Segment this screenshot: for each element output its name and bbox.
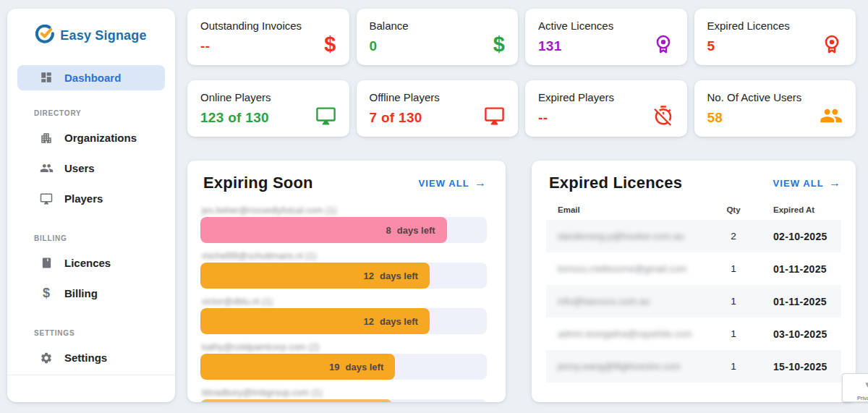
table-row: dandenong.p@hooker.com.au 2 02-10-2025 — [546, 220, 841, 252]
easy-signage-logo-icon — [35, 25, 54, 46]
view-all-label: VIEW ALL — [418, 178, 469, 189]
expired-at-cell: 01-11-2025 — [757, 263, 841, 275]
days-left-text: days left — [380, 316, 418, 327]
qty-cell: 1 — [710, 263, 757, 274]
sidebar-footer — [7, 375, 175, 402]
email-cell-blurred: kimosu.melbourne@gmail.com — [558, 263, 710, 274]
sidebar-item-label: Players — [64, 192, 103, 205]
stat-card-balance: Balance 0 $ — [357, 9, 519, 65]
stat-cards-grid: Outstanding Invoices -- $ Balance 0 $ Ac… — [187, 9, 856, 137]
days-left-text: days left — [346, 362, 384, 372]
sidebar-item-label: Licences — [64, 257, 111, 269]
email-cell-blurred: admin.leongatha@raywhite.com — [558, 328, 710, 339]
dollar-icon: $ — [324, 33, 336, 56]
settings-gear-icon — [39, 351, 54, 365]
recaptcha-logo-icon — [863, 374, 868, 394]
stat-value: -- — [200, 38, 336, 54]
expiring-email-blurred: kathy@coldpaintcorp.com (2) — [202, 342, 487, 352]
expiring-bar-track: 12days left — [200, 263, 487, 289]
players-icon — [39, 192, 54, 206]
stat-label: Active Licences — [538, 20, 674, 32]
expiring-bar: 12days left — [200, 263, 430, 289]
expiring-soon-title: Expiring Soon — [203, 174, 313, 192]
days-left-number: 8 — [386, 225, 391, 236]
expired-at-cell: 03-10-2025 — [757, 328, 841, 340]
expiring-bar-track: 19days left — [200, 354, 487, 380]
stat-label: Expired Licences — [707, 20, 843, 32]
sidebar-section-settings: SETTINGS — [34, 329, 175, 337]
sidebar-section-directory: DIRECTORY — [34, 109, 175, 117]
table-row: jenny.wang@flightcentre.com 1 15-10-2025 — [546, 350, 841, 383]
sidebar-item-label: Billing — [64, 287, 98, 299]
organizations-icon — [39, 131, 54, 145]
email-cell-blurred: jenny.wang@flightcentre.com — [558, 361, 710, 372]
monitor-icon — [484, 104, 505, 127]
stat-label: Offline Players — [370, 91, 506, 103]
recaptcha-privacy-label: Privacy - Te — [857, 395, 868, 401]
stat-label: Outstanding Invoices — [200, 20, 336, 32]
brand-name: Easy Signage — [60, 28, 146, 43]
expired-at-cell: 02-10-2025 — [757, 231, 841, 242]
expired-at-cell: 01-11-2025 — [757, 296, 841, 307]
sidebar-item-label: Settings — [64, 352, 107, 364]
expired-licences-title: Expired Licences — [549, 174, 682, 192]
expired-at-cell: 15-10-2025 — [757, 361, 841, 372]
column-header-expired-at: Expired At — [757, 205, 841, 214]
dashboard-icon — [39, 70, 54, 85]
stat-value: 0 — [370, 38, 506, 54]
stat-label: No. Of Active Users — [707, 91, 843, 103]
brand-logo[interactable]: Easy Signage — [7, 25, 175, 46]
expiring-email-blurred: jes.beher@rossedlyfutsal.com (1) — [202, 205, 487, 216]
expiring-bar: 12days left — [200, 308, 430, 334]
stat-label: Online Players — [200, 91, 336, 103]
sidebar-item-billing[interactable]: $ Billing — [17, 280, 165, 307]
days-left-text: days left — [397, 225, 435, 236]
sidebar-item-licences[interactable]: Licences — [17, 250, 165, 277]
sidebar-item-dashboard[interactable]: Dashboard — [17, 65, 165, 90]
sidebar-item-players[interactable]: Players — [17, 185, 165, 213]
users-icon — [39, 161, 54, 176]
billing-icon: $ — [39, 286, 54, 301]
sidebar-item-users[interactable]: Users — [17, 155, 165, 182]
expiring-email-blurred: victor@dblu.nl (1) — [202, 297, 487, 307]
expiring-row: bbradbury@lmbgroup.com (1) — [200, 388, 487, 402]
expiring-row: victor@dblu.nl (1) 12days left — [200, 297, 487, 334]
dollar-icon: $ — [493, 33, 505, 56]
expired-table-header: Email Qty Expired At — [546, 205, 841, 214]
stat-card-outstanding-invoices: Outstanding Invoices -- $ — [187, 9, 349, 65]
stat-card-offline-players: Offline Players 7 of 130 — [357, 80, 519, 137]
days-left-text: days left — [380, 271, 418, 281]
sidebar-section-billing: BILLING — [34, 234, 175, 242]
expiring-email-blurred: bbradbury@lmbgroup.com (1) — [202, 388, 487, 398]
days-left-number: 12 — [364, 271, 374, 281]
qty-cell: 1 — [710, 328, 757, 339]
stat-card-expired-players: Expired Players -- — [525, 80, 687, 137]
table-row: info@basssss.com.au 1 01-11-2025 — [546, 285, 841, 318]
view-all-label: VIEW ALL — [773, 178, 823, 189]
sidebar-item-settings[interactable]: Settings — [17, 344, 165, 372]
expiring-bar-track — [200, 399, 487, 402]
sidebar-item-organizations[interactable]: Organizations — [17, 124, 165, 152]
stat-label: Balance — [370, 20, 506, 32]
sidebar: Easy Signage Dashboard DIRECTORY Organiz… — [7, 9, 175, 402]
expiring-soon-view-all-link[interactable]: VIEW ALL → — [418, 176, 487, 190]
arrow-right-icon: → — [475, 176, 487, 190]
sidebar-item-label: Users — [64, 162, 95, 174]
panels-row: Expiring Soon VIEW ALL → jes.beher@rosse… — [187, 161, 856, 402]
days-left-number: 19 — [329, 362, 339, 372]
sidebar-item-label: Dashboard — [64, 72, 121, 84]
expiring-bar: 8days left — [200, 217, 447, 243]
column-header-email: Email — [558, 205, 710, 214]
qty-cell: 1 — [710, 361, 757, 372]
expiring-soon-panel: Expiring Soon VIEW ALL → jes.beher@rosse… — [187, 161, 506, 402]
monitor-icon — [315, 104, 336, 127]
licences-icon — [39, 256, 54, 271]
expired-licences-view-all-link[interactable]: VIEW ALL → — [773, 176, 841, 190]
qty-cell: 2 — [710, 231, 757, 242]
stat-label: Expired Players — [538, 91, 674, 103]
recaptcha-badge[interactable]: Privacy - Te — [842, 373, 868, 402]
days-left-number: 12 — [364, 316, 374, 327]
expiring-bar — [200, 399, 392, 402]
table-row: kimosu.melbourne@gmail.com 1 01-11-2025 — [546, 252, 841, 285]
expired-licences-panel: Expired Licences VIEW ALL → Email Qty Ex… — [532, 161, 856, 402]
